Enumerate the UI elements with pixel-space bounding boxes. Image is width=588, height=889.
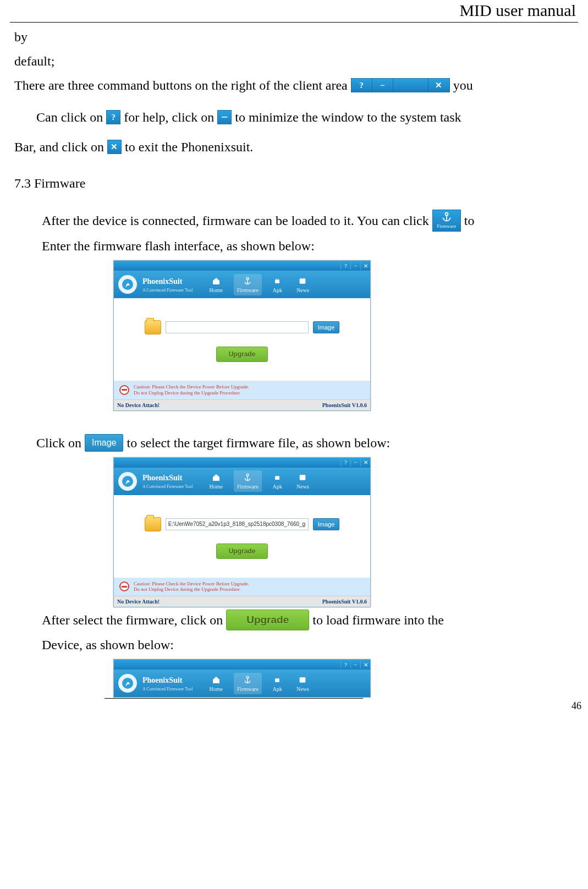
titlebar: ? − ✕ [114,261,370,271]
phoenixsuit-window: ? − ✕ PhoenixSuit A Convinced Firmware T… [113,659,371,698]
warning-icon [119,581,129,591]
tab-apk[interactable]: Apk [270,470,285,492]
tab-home[interactable]: Home [206,274,226,295]
status-bar: No Device Attach! PhoenixSuit V1.0.6 [114,399,370,410]
app-logo [118,472,137,491]
news-icon [298,276,307,286]
tab-firmware-label: Firmware [237,482,259,491]
image-button[interactable]: Image [313,518,340,530]
app-nav: PhoenixSuit A Convinced Firmware Tool Ho… [114,468,370,495]
text-to-minimize: to minimize the window to the system tas… [235,107,461,127]
tab-home-label: Home [210,286,223,294]
tab-firmware-label: Firmware [237,685,259,693]
tab-news-label: News [296,286,309,294]
tab-firmware[interactable]: Firmware [234,673,262,694]
home-icon [212,473,221,482]
minimize-icon[interactable]: − [350,459,360,467]
help-icon[interactable]: ? [106,110,120,124]
help-icon[interactable]: ? [340,661,350,668]
titlebar: ? − ✕ [114,660,370,670]
svg-rect-10 [300,475,306,480]
tab-news[interactable]: News [293,673,312,694]
text-after-select: After select the firmware, click on [42,610,223,630]
close-icon[interactable]: ✕ [360,262,370,270]
folder-icon[interactable] [145,320,161,334]
tab-news[interactable]: News [293,274,312,295]
brand: PhoenixSuit A Convinced Firmware Tool [142,472,193,490]
tab-home-label: Home [210,685,223,693]
tab-home[interactable]: Home [206,470,226,492]
app-logo [118,674,137,693]
minimize-icon[interactable]: − [350,262,360,270]
brand-subtitle: A Convinced Firmware Tool [142,287,193,294]
brand-title: PhoenixSuit [142,472,193,484]
image-button[interactable]: Image [313,321,340,333]
svg-point-2 [246,277,249,279]
svg-rect-9 [275,476,279,480]
tab-apk[interactable]: Apk [270,673,285,694]
image-button[interactable]: Image [85,434,123,452]
app-nav: PhoenixSuit A Convinced Firmware Tool Ho… [114,670,370,697]
close-icon[interactable]: ✕ [360,459,370,467]
close-icon[interactable]: ✕ [107,140,122,154]
upgrade-button[interactable]: Upgrade [226,610,309,630]
text-you: you [453,75,473,95]
section-heading: 7.3 Firmware [14,173,574,193]
brand-title: PhoenixSuit [142,674,193,686]
text-three-cmd: There are three command buttons on the r… [14,75,348,95]
app-logo [118,275,137,294]
text-default: default; [14,51,574,71]
tab-apk-label: Apk [273,482,282,491]
tab-news[interactable]: News [293,470,312,492]
text-by: by [14,27,574,47]
close-icon[interactable]: ✕ [360,661,370,668]
firmware-path-input[interactable] [166,518,309,530]
svg-rect-13 [275,678,279,682]
android-icon [273,473,282,482]
caution-bar: Caution: Please Check the Device Power B… [114,381,370,399]
upgrade-button[interactable]: Upgrade [216,544,268,559]
text-click-on: Click on [36,433,81,453]
folder-icon[interactable] [145,517,161,531]
phoenix-icon [121,475,134,488]
phoenix-icon [121,278,134,291]
minimize-icon[interactable]: − [372,79,393,92]
anchor-icon [243,276,252,286]
firmware-tab-button[interactable]: Firmware [432,210,461,232]
text-select-target: to select the target firmware file, as s… [127,433,390,453]
android-icon [273,675,282,685]
tab-firmware[interactable]: Firmware [234,274,262,295]
firmware-tab-label: Firmware [437,223,456,231]
news-icon [298,675,307,685]
page-number: 46 [571,700,581,712]
svg-point-0 [445,213,448,216]
status-right: PhoenixSuit V1.0.6 [322,597,367,606]
svg-point-5 [278,278,279,279]
minimize-icon[interactable]: − [217,110,232,124]
firmware-path-input[interactable] [166,321,309,333]
text-for-help: for help, click on [124,107,214,127]
upgrade-button[interactable]: Upgrade [216,347,268,362]
help-icon[interactable]: ? [340,262,350,270]
tab-news-label: News [296,482,309,491]
anchor-icon [441,212,452,223]
brand: PhoenixSuit A Convinced Firmware Tool [142,276,193,294]
page-header: MID user manual [10,0,578,20]
help-icon[interactable]: ? [340,459,350,467]
minimize-icon[interactable]: − [350,661,360,668]
brand-title: PhoenixSuit [142,276,193,287]
tab-news-label: News [296,685,309,693]
svg-point-12 [246,676,249,678]
tab-firmware-label: Firmware [237,286,259,294]
window-controls-group: ? − ✕ [351,78,450,92]
close-icon[interactable]: ✕ [428,79,449,92]
svg-rect-3 [275,279,279,283]
tab-firmware[interactable]: Firmware [234,470,262,492]
tab-apk[interactable]: Apk [270,274,285,295]
tab-home[interactable]: Home [206,673,226,694]
help-icon[interactable]: ? [351,79,372,92]
caution-bar: Caution: Please Check the Device Power B… [114,578,370,596]
text-load-fw: to load firmware into the [312,610,444,630]
caution-line2: Do not Unplug Device during the Upgrade … [134,390,240,396]
status-bar: No Device Attach! PhoenixSuit V1.0.6 [114,596,370,607]
